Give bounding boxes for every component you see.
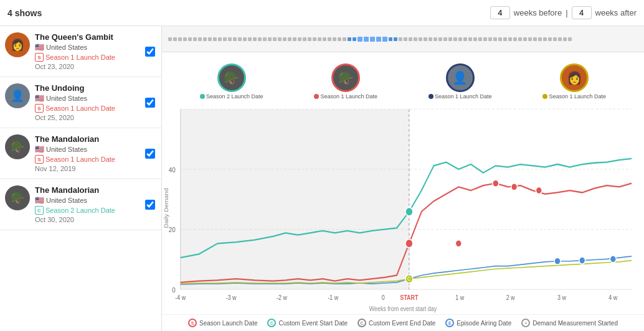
- timeline-tick: [263, 37, 267, 41]
- chart-show-icon: 👩 Season 1 Launch Date: [542, 63, 606, 100]
- timeline-tick: [268, 37, 272, 41]
- svg-text:40: 40: [169, 166, 176, 174]
- list-item[interactable]: 🪖 The Mandalorian 🇺🇸 United States S Sea…: [0, 128, 161, 179]
- timeline-tick: [328, 37, 331, 41]
- sidebar: 👩 The Queen's Gambit 🇺🇸 United States S …: [0, 26, 162, 331]
- show-checkbox[interactable]: [145, 149, 155, 159]
- timeline-tick: [223, 37, 227, 41]
- main-chart: 0 20 40 Daily Demand (Demand Expressions…: [162, 102, 638, 314]
- timeline-tick: [533, 37, 537, 41]
- timeline-tick: [463, 37, 467, 41]
- legend-custom-end-label: Custom Event End Date: [369, 320, 435, 327]
- chart-icon-label: Season 1 Launch Date: [314, 93, 377, 100]
- timeline-tick: [298, 37, 301, 41]
- timeline-tick: [278, 37, 282, 41]
- timeline-tick: [399, 37, 402, 41]
- timeline-tick: [233, 37, 237, 41]
- timeline-tick: [389, 37, 392, 41]
- timeline-tick: [568, 37, 572, 41]
- weeks-controls: weeks before | weeks after: [490, 6, 637, 19]
- timeline-tick: [473, 37, 477, 41]
- svg-text:3 w: 3 w: [557, 294, 566, 302]
- timeline-tick: [178, 37, 182, 41]
- timeline-tick: [308, 37, 311, 41]
- timeline-tick: [558, 37, 562, 41]
- svg-point-31: [579, 257, 585, 264]
- show-title: The Mandalorian: [35, 134, 155, 144]
- show-checkbox[interactable]: [145, 200, 155, 210]
- svg-text:S: S: [407, 102, 411, 105]
- svg-text:4 w: 4 w: [608, 294, 617, 302]
- timeline-tick: [358, 37, 362, 42]
- timeline-tick: [438, 37, 442, 41]
- show-event: C Season 2 Launch Date: [35, 206, 155, 215]
- svg-point-29: [536, 187, 542, 193]
- timeline-tick: [488, 37, 492, 41]
- svg-text:2 w: 2 w: [506, 294, 515, 302]
- show-info: The Mandalorian 🇺🇸 United States C Seaso…: [35, 185, 155, 223]
- timeline-tick: [213, 37, 217, 41]
- legend-demand-icon: +: [521, 319, 530, 327]
- timeline-tick: [338, 37, 341, 41]
- list-item[interactable]: 👩 The Queen's Gambit 🇺🇸 United States S …: [0, 26, 161, 77]
- show-checkbox[interactable]: [145, 98, 155, 108]
- timeline-tick: [203, 37, 207, 41]
- timeline-tick: [353, 37, 356, 41]
- svg-text:-2 w: -2 w: [277, 294, 287, 302]
- timeline-tick: [503, 37, 507, 41]
- timeline-tick: [429, 37, 432, 41]
- show-checkbox[interactable]: [145, 47, 155, 57]
- timeline-tick: [370, 37, 375, 42]
- legend-episode-icon: E: [445, 319, 454, 327]
- event-type-icon: C: [35, 206, 44, 215]
- timeline-tick: [458, 37, 462, 41]
- chart-avatar: 🪖: [217, 63, 246, 92]
- timeline-tick: [563, 37, 567, 41]
- show-event: S Season 1 Launch Date: [35, 104, 155, 113]
- avatar: 👤: [5, 83, 30, 108]
- svg-text:-4 w: -4 w: [175, 294, 186, 302]
- timeline-tick: [188, 37, 192, 41]
- chart-show-icon: 🪖 Season 1 Launch Date: [314, 63, 377, 100]
- weeks-before-input[interactable]: [490, 6, 510, 19]
- svg-rect-0: [181, 109, 409, 289]
- event-type-icon: S: [35, 104, 44, 113]
- chart-icon-label: Season 1 Launch Date: [542, 93, 606, 100]
- timeline-tick: [419, 37, 422, 41]
- svg-point-23: [405, 207, 413, 216]
- timeline-tick: [193, 37, 197, 41]
- label-dot: [200, 94, 205, 99]
- flag-icon: 🇺🇸: [35, 43, 44, 52]
- timeline-tick: [443, 37, 447, 41]
- show-title: The Undoing: [35, 83, 155, 93]
- legend-demand-label: Demand Measurement Started: [533, 320, 618, 327]
- svg-text:0: 0: [382, 294, 385, 302]
- legend-custom-end-icon: C: [358, 319, 366, 327]
- timeline-tick: [248, 37, 252, 41]
- timeline-tick: [513, 37, 517, 41]
- timeline-tick: [303, 37, 306, 41]
- timeline-tick: [253, 37, 257, 41]
- timeline-tick: [538, 37, 542, 41]
- weeks-after-input[interactable]: [572, 6, 592, 19]
- timeline-tick: [243, 37, 247, 41]
- show-date: Oct 23, 2020: [35, 63, 155, 70]
- timeline-tick: [343, 37, 346, 41]
- legend-custom-start-label: Custom Event Start Date: [278, 320, 348, 327]
- timeline-tick: [208, 37, 212, 41]
- svg-text:START: START: [400, 294, 418, 302]
- timeline-tick: [553, 37, 557, 41]
- svg-point-32: [610, 256, 616, 263]
- show-date: Oct 25, 2020: [35, 114, 155, 121]
- timeline-tick: [468, 37, 472, 41]
- timeline-tick: [318, 37, 321, 41]
- timeline-bar: [162, 26, 644, 52]
- list-item[interactable]: 👤 The Undoing 🇺🇸 United States S Season …: [0, 77, 161, 128]
- weeks-before-label: weeks before: [514, 8, 562, 17]
- timeline-tick: [323, 37, 326, 41]
- avatar: 🪖: [5, 185, 30, 210]
- svg-text:Daily Demand: Daily Demand: [163, 188, 169, 228]
- timeline-tick: [404, 37, 407, 41]
- svg-point-30: [554, 258, 561, 264]
- list-item[interactable]: 🪖 The Mandalorian 🇺🇸 United States C Sea…: [0, 179, 161, 230]
